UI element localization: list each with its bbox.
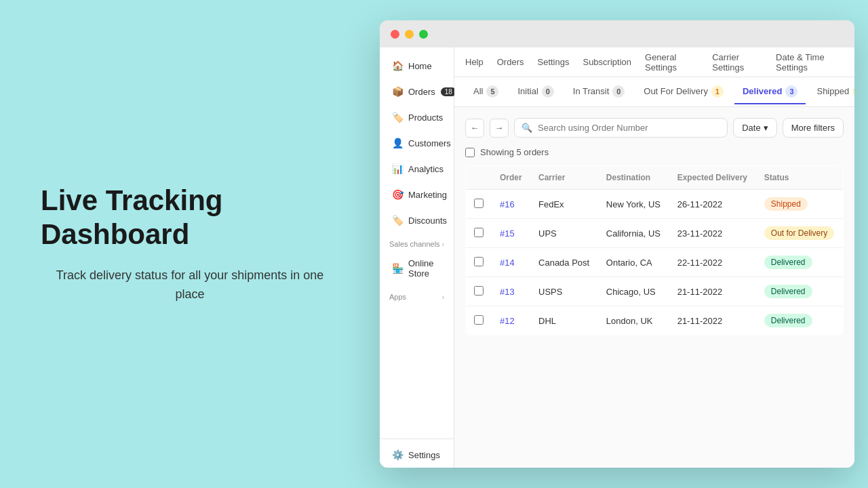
browser-window: 🏠 Home 📦 Orders 18 🏷️ Products 👤 Custome… [380, 20, 854, 468]
order-link[interactable]: #15 [500, 228, 515, 239]
row-status: Delivered [756, 277, 844, 306]
tab-shipped-count: 1 [852, 85, 854, 98]
tab-delivered-count: 3 [785, 85, 797, 98]
select-all-checkbox[interactable] [465, 148, 475, 157]
order-link[interactable]: #13 [500, 287, 515, 297]
table-row: #12 DHL London, UK 21-11-2022 Delivered [466, 306, 844, 336]
topnav-orders[interactable]: Orders [497, 54, 524, 70]
date-filter-label: Date [742, 123, 760, 133]
row-expected-delivery: 26-11-2022 [669, 190, 756, 219]
topnav-carrier-settings[interactable]: Carrier Settings [712, 49, 762, 75]
hero-title: Live Tracking Dashboard [41, 184, 339, 252]
settings-icon: ⚙️ [392, 449, 403, 460]
row-status: Out for Delivery [756, 219, 844, 248]
sidebar: 🏠 Home 📦 Orders 18 🏷️ Products 👤 Custome… [380, 47, 454, 468]
status-badge: Delivered [764, 285, 812, 298]
order-link[interactable]: #16 [500, 199, 515, 209]
close-button[interactable] [391, 30, 399, 39]
row-carrier: DHL [530, 306, 598, 336]
home-icon: 🏠 [392, 60, 403, 71]
sidebar-bottom: ⚙️ Settings [380, 439, 454, 468]
toolbar: ← → 🔍 Date ▾ More filters [465, 118, 844, 138]
sidebar-item-marketing[interactable]: 🎯 Marketing [382, 182, 451, 207]
row-carrier: UPS [530, 219, 598, 248]
tab-out-for-delivery-label: Out For Delivery [644, 86, 708, 96]
table-row: #15 UPS California, US 23-11-2022 Out fo… [466, 219, 844, 248]
more-filters-button[interactable]: More filters [783, 118, 844, 138]
back-button[interactable]: ← [465, 119, 484, 138]
search-input[interactable] [538, 123, 720, 133]
sidebar-item-settings-label: Settings [408, 450, 440, 460]
showing-count: Showing 5 orders [480, 147, 549, 157]
search-box: 🔍 [514, 118, 728, 138]
sidebar-item-online-store-label: Online Store [408, 258, 441, 279]
row-order: #16 [492, 190, 530, 219]
table-row: #13 USPS Chicago, US 21-11-2022 Delivere… [466, 277, 844, 306]
date-filter-button[interactable]: Date ▾ [733, 118, 776, 138]
sidebar-item-discounts[interactable]: 🏷️ Discounts [382, 208, 451, 232]
row-destination: Ontario, CA [598, 248, 669, 277]
hero-subtitle: Track delivery status for all your shipm… [41, 266, 339, 305]
order-link[interactable]: #14 [500, 258, 515, 268]
sidebar-item-home-label: Home [408, 61, 432, 71]
content-area: ← → 🔍 Date ▾ More filters [454, 107, 854, 468]
topnav-settings[interactable]: Settings [537, 54, 569, 70]
more-filters-label: More filters [791, 123, 835, 133]
sidebar-item-analytics-label: Analytics [408, 164, 443, 174]
apps-section: Apps › [380, 286, 454, 304]
tab-initial-count: 0 [542, 85, 554, 98]
row-order: #14 [492, 248, 530, 277]
tab-delivered[interactable]: Delivered 3 [734, 80, 806, 104]
order-link[interactable]: #12 [500, 316, 515, 326]
orders-table: Order Carrier Destination Expected Deliv… [465, 165, 844, 336]
topnav-datetime-settings[interactable]: Date & Time Settings [776, 49, 844, 75]
status-badge: Out for Delivery [764, 226, 834, 240]
row-checkbox[interactable] [474, 315, 484, 325]
left-panel: Live Tracking Dashboard Track delivery s… [0, 143, 380, 345]
topnav-subscription[interactable]: Subscription [583, 54, 631, 70]
orders-icon: 📦 [392, 86, 403, 97]
sidebar-item-orders[interactable]: 📦 Orders 18 [382, 79, 451, 104]
tab-in-transit-label: In Transit [573, 86, 609, 96]
row-checkbox-cell [466, 190, 492, 219]
row-checkbox[interactable] [474, 228, 484, 237]
sidebar-item-customers[interactable]: 👤 Customers [382, 131, 451, 155]
row-checkbox[interactable] [474, 286, 484, 296]
tab-in-transit-count: 0 [612, 85, 625, 98]
row-carrier: FedEx [530, 190, 598, 219]
tab-initial[interactable]: Initial 0 [509, 80, 561, 104]
tab-all[interactable]: All 5 [465, 80, 507, 104]
sidebar-item-settings[interactable]: ⚙️ Settings [382, 443, 451, 467]
online-store-icon: 🏪 [392, 263, 403, 274]
sidebar-item-products[interactable]: 🏷️ Products [382, 105, 451, 129]
minimize-button[interactable] [405, 30, 414, 39]
tab-in-transit[interactable]: In Transit 0 [565, 80, 633, 104]
sidebar-item-home[interactable]: 🏠 Home [382, 54, 451, 78]
marketing-icon: 🎯 [392, 189, 403, 200]
row-status: Delivered [756, 248, 844, 277]
sales-channels-section: Sales channels › [380, 233, 454, 251]
header-destination: Destination [598, 166, 669, 190]
showing-row: Showing 5 orders [465, 147, 844, 157]
row-checkbox[interactable] [474, 199, 484, 208]
tab-shipped[interactable]: Shipped 1 [808, 80, 854, 104]
topnav-help[interactable]: Help [465, 54, 484, 70]
forward-button[interactable]: → [490, 119, 509, 138]
tab-all-label: All [473, 86, 483, 96]
row-checkbox-cell [466, 219, 492, 248]
browser-body: 🏠 Home 📦 Orders 18 🏷️ Products 👤 Custome… [380, 47, 854, 468]
sidebar-item-analytics[interactable]: 📊 Analytics [382, 157, 451, 181]
row-checkbox-cell [466, 248, 492, 277]
sidebar-item-online-store[interactable]: 🏪 Online Store [382, 251, 451, 285]
maximize-button[interactable] [419, 30, 428, 39]
customers-icon: 👤 [392, 138, 403, 148]
row-destination: London, UK [598, 306, 669, 336]
sidebar-item-products-label: Products [408, 113, 443, 123]
tab-delivered-label: Delivered [743, 86, 783, 96]
row-checkbox[interactable] [474, 257, 484, 266]
row-status: Delivered [756, 306, 844, 336]
row-expected-delivery: 21-11-2022 [669, 306, 756, 336]
header-status: Status [756, 166, 844, 190]
topnav-general-settings[interactable]: General Settings [645, 49, 698, 75]
tab-out-for-delivery[interactable]: Out For Delivery 1 [635, 80, 732, 104]
